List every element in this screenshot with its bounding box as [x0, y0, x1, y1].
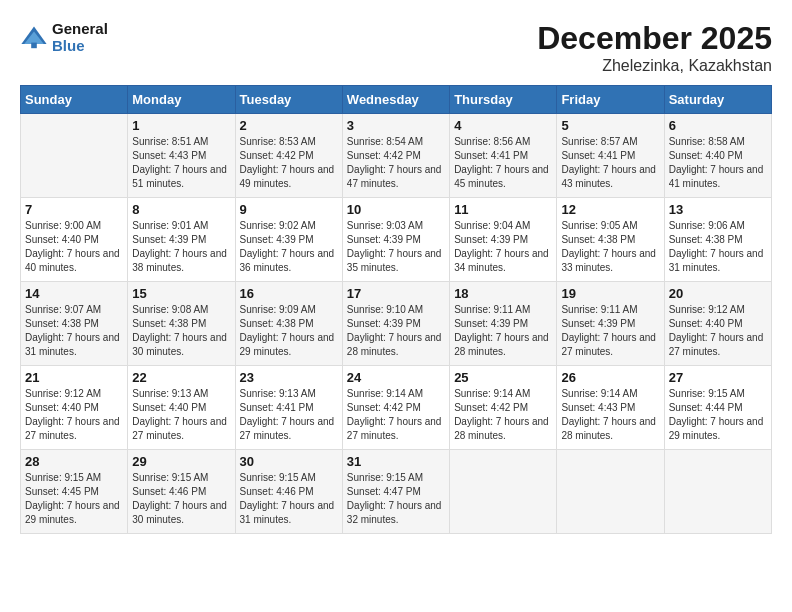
calendar-cell: 26Sunrise: 9:14 AMSunset: 4:43 PMDayligh…: [557, 366, 664, 450]
column-header-friday: Friday: [557, 86, 664, 114]
calendar-cell: 6Sunrise: 8:58 AMSunset: 4:40 PMDaylight…: [664, 114, 771, 198]
day-number: 27: [669, 370, 767, 385]
day-info: Sunrise: 9:00 AMSunset: 4:40 PMDaylight:…: [25, 219, 123, 275]
day-info: Sunrise: 9:14 AMSunset: 4:42 PMDaylight:…: [454, 387, 552, 443]
calendar-cell: 9Sunrise: 9:02 AMSunset: 4:39 PMDaylight…: [235, 198, 342, 282]
day-number: 4: [454, 118, 552, 133]
day-number: 26: [561, 370, 659, 385]
day-number: 28: [25, 454, 123, 469]
day-info: Sunrise: 8:51 AMSunset: 4:43 PMDaylight:…: [132, 135, 230, 191]
day-number: 23: [240, 370, 338, 385]
day-number: 13: [669, 202, 767, 217]
calendar-header-row: SundayMondayTuesdayWednesdayThursdayFrid…: [21, 86, 772, 114]
calendar-week-1: 1Sunrise: 8:51 AMSunset: 4:43 PMDaylight…: [21, 114, 772, 198]
calendar-cell: 20Sunrise: 9:12 AMSunset: 4:40 PMDayligh…: [664, 282, 771, 366]
day-info: Sunrise: 9:12 AMSunset: 4:40 PMDaylight:…: [25, 387, 123, 443]
day-number: 30: [240, 454, 338, 469]
day-info: Sunrise: 9:15 AMSunset: 4:46 PMDaylight:…: [132, 471, 230, 527]
day-number: 7: [25, 202, 123, 217]
day-info: Sunrise: 9:11 AMSunset: 4:39 PMDaylight:…: [454, 303, 552, 359]
day-number: 8: [132, 202, 230, 217]
day-info: Sunrise: 8:54 AMSunset: 4:42 PMDaylight:…: [347, 135, 445, 191]
calendar-cell: 30Sunrise: 9:15 AMSunset: 4:46 PMDayligh…: [235, 450, 342, 534]
day-info: Sunrise: 9:07 AMSunset: 4:38 PMDaylight:…: [25, 303, 123, 359]
day-number: 16: [240, 286, 338, 301]
day-info: Sunrise: 9:11 AMSunset: 4:39 PMDaylight:…: [561, 303, 659, 359]
logo: General Blue: [20, 20, 108, 54]
calendar-week-5: 28Sunrise: 9:15 AMSunset: 4:45 PMDayligh…: [21, 450, 772, 534]
column-header-monday: Monday: [128, 86, 235, 114]
column-header-saturday: Saturday: [664, 86, 771, 114]
day-number: 6: [669, 118, 767, 133]
calendar-cell: 24Sunrise: 9:14 AMSunset: 4:42 PMDayligh…: [342, 366, 449, 450]
logo-icon: [20, 23, 48, 51]
day-number: 24: [347, 370, 445, 385]
calendar-cell: 28Sunrise: 9:15 AMSunset: 4:45 PMDayligh…: [21, 450, 128, 534]
column-header-wednesday: Wednesday: [342, 86, 449, 114]
location: Zhelezinka, Kazakhstan: [537, 57, 772, 75]
calendar-cell: [450, 450, 557, 534]
calendar-cell: [21, 114, 128, 198]
day-number: 29: [132, 454, 230, 469]
day-info: Sunrise: 9:14 AMSunset: 4:42 PMDaylight:…: [347, 387, 445, 443]
day-number: 14: [25, 286, 123, 301]
day-number: 18: [454, 286, 552, 301]
day-info: Sunrise: 9:02 AMSunset: 4:39 PMDaylight:…: [240, 219, 338, 275]
day-number: 21: [25, 370, 123, 385]
page-header: General Blue December 2025 Zhelezinka, K…: [20, 20, 772, 75]
svg-rect-2: [31, 43, 37, 49]
calendar-cell: 31Sunrise: 9:15 AMSunset: 4:47 PMDayligh…: [342, 450, 449, 534]
day-number: 10: [347, 202, 445, 217]
day-info: Sunrise: 9:10 AMSunset: 4:39 PMDaylight:…: [347, 303, 445, 359]
column-header-tuesday: Tuesday: [235, 86, 342, 114]
day-info: Sunrise: 9:05 AMSunset: 4:38 PMDaylight:…: [561, 219, 659, 275]
day-info: Sunrise: 9:03 AMSunset: 4:39 PMDaylight:…: [347, 219, 445, 275]
day-number: 3: [347, 118, 445, 133]
day-number: 25: [454, 370, 552, 385]
calendar-week-4: 21Sunrise: 9:12 AMSunset: 4:40 PMDayligh…: [21, 366, 772, 450]
day-number: 17: [347, 286, 445, 301]
day-info: Sunrise: 9:01 AMSunset: 4:39 PMDaylight:…: [132, 219, 230, 275]
title-block: December 2025 Zhelezinka, Kazakhstan: [537, 20, 772, 75]
day-info: Sunrise: 9:13 AMSunset: 4:41 PMDaylight:…: [240, 387, 338, 443]
calendar-cell: [557, 450, 664, 534]
calendar-cell: 2Sunrise: 8:53 AMSunset: 4:42 PMDaylight…: [235, 114, 342, 198]
calendar-cell: 14Sunrise: 9:07 AMSunset: 4:38 PMDayligh…: [21, 282, 128, 366]
day-info: Sunrise: 9:09 AMSunset: 4:38 PMDaylight:…: [240, 303, 338, 359]
calendar-cell: 7Sunrise: 9:00 AMSunset: 4:40 PMDaylight…: [21, 198, 128, 282]
calendar-cell: 4Sunrise: 8:56 AMSunset: 4:41 PMDaylight…: [450, 114, 557, 198]
calendar-cell: 13Sunrise: 9:06 AMSunset: 4:38 PMDayligh…: [664, 198, 771, 282]
calendar-cell: [664, 450, 771, 534]
day-number: 5: [561, 118, 659, 133]
calendar-cell: 11Sunrise: 9:04 AMSunset: 4:39 PMDayligh…: [450, 198, 557, 282]
calendar-cell: 29Sunrise: 9:15 AMSunset: 4:46 PMDayligh…: [128, 450, 235, 534]
day-number: 11: [454, 202, 552, 217]
day-number: 1: [132, 118, 230, 133]
calendar-week-3: 14Sunrise: 9:07 AMSunset: 4:38 PMDayligh…: [21, 282, 772, 366]
day-number: 15: [132, 286, 230, 301]
day-number: 12: [561, 202, 659, 217]
day-info: Sunrise: 8:56 AMSunset: 4:41 PMDaylight:…: [454, 135, 552, 191]
calendar-cell: 22Sunrise: 9:13 AMSunset: 4:40 PMDayligh…: [128, 366, 235, 450]
calendar-cell: 23Sunrise: 9:13 AMSunset: 4:41 PMDayligh…: [235, 366, 342, 450]
calendar-cell: 16Sunrise: 9:09 AMSunset: 4:38 PMDayligh…: [235, 282, 342, 366]
day-info: Sunrise: 9:12 AMSunset: 4:40 PMDaylight:…: [669, 303, 767, 359]
calendar-cell: 18Sunrise: 9:11 AMSunset: 4:39 PMDayligh…: [450, 282, 557, 366]
calendar-cell: 12Sunrise: 9:05 AMSunset: 4:38 PMDayligh…: [557, 198, 664, 282]
calendar-cell: 19Sunrise: 9:11 AMSunset: 4:39 PMDayligh…: [557, 282, 664, 366]
logo-text: General Blue: [52, 20, 108, 54]
calendar-cell: 1Sunrise: 8:51 AMSunset: 4:43 PMDaylight…: [128, 114, 235, 198]
column-header-sunday: Sunday: [21, 86, 128, 114]
calendar-cell: 8Sunrise: 9:01 AMSunset: 4:39 PMDaylight…: [128, 198, 235, 282]
day-info: Sunrise: 9:15 AMSunset: 4:45 PMDaylight:…: [25, 471, 123, 527]
day-info: Sunrise: 9:08 AMSunset: 4:38 PMDaylight:…: [132, 303, 230, 359]
day-info: Sunrise: 9:06 AMSunset: 4:38 PMDaylight:…: [669, 219, 767, 275]
calendar-cell: 21Sunrise: 9:12 AMSunset: 4:40 PMDayligh…: [21, 366, 128, 450]
day-info: Sunrise: 9:04 AMSunset: 4:39 PMDaylight:…: [454, 219, 552, 275]
calendar-cell: 27Sunrise: 9:15 AMSunset: 4:44 PMDayligh…: [664, 366, 771, 450]
calendar-cell: 3Sunrise: 8:54 AMSunset: 4:42 PMDaylight…: [342, 114, 449, 198]
calendar-cell: 10Sunrise: 9:03 AMSunset: 4:39 PMDayligh…: [342, 198, 449, 282]
calendar-cell: 17Sunrise: 9:10 AMSunset: 4:39 PMDayligh…: [342, 282, 449, 366]
calendar-cell: 25Sunrise: 9:14 AMSunset: 4:42 PMDayligh…: [450, 366, 557, 450]
day-number: 31: [347, 454, 445, 469]
